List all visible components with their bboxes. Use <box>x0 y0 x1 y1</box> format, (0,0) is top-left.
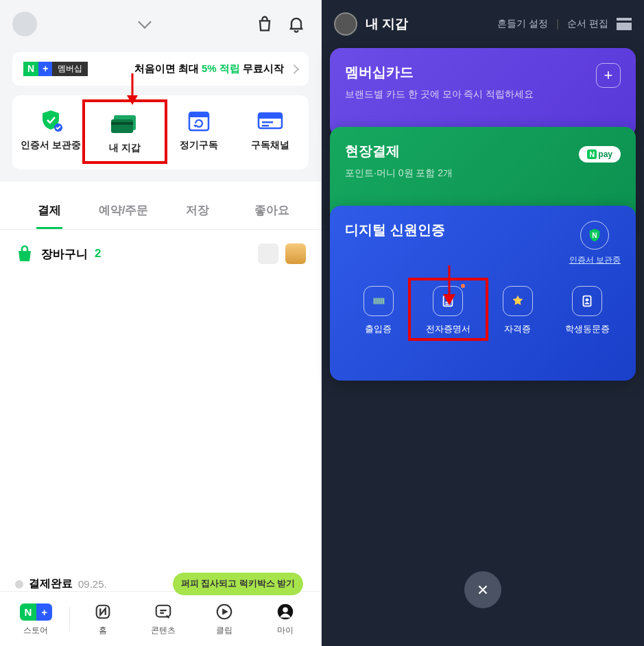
channel-list-icon <box>255 109 285 132</box>
id-item-qualification[interactable]: 자격증 <box>484 286 551 335</box>
cart-row[interactable]: 장바구니 2 <box>0 229 321 278</box>
tab-like[interactable]: 좋아요 <box>235 194 309 229</box>
person-icon <box>275 601 296 622</box>
shield-label: 인증서 보관중 <box>569 255 621 265</box>
tab-save[interactable]: 저장 <box>160 194 235 229</box>
qa-label: 내 지갑 <box>109 142 141 154</box>
qa-subscription[interactable]: 정기구독 <box>163 109 235 157</box>
id-item-pass[interactable]: 출입증 <box>345 286 412 335</box>
left-phone-screen: N + 멤버십 처음이면 최대 5% 적립 무료시작 인증서 보관중 내 지갑 <box>0 0 322 646</box>
id-card-icon <box>572 286 602 316</box>
banner-prefix: 처음이면 최대 <box>134 62 202 74</box>
nav-home[interactable]: 홈 <box>73 601 134 636</box>
qa-my-wallet[interactable]: 내 지갑 <box>82 99 167 164</box>
svg-marker-25 <box>443 294 455 305</box>
id-label: 학생동문증 <box>565 323 610 335</box>
store-badge-icon: N+ <box>20 603 53 621</box>
header-dropdown[interactable] <box>44 21 246 27</box>
home-icon <box>93 601 113 622</box>
svg-point-18 <box>283 607 287 612</box>
svg-rect-11 <box>262 121 273 123</box>
id-item-student[interactable]: 학생동문증 <box>554 286 621 335</box>
wallet-icon <box>110 112 140 135</box>
content-icon <box>153 601 174 622</box>
banner-pct: 5% 적립 <box>202 62 240 74</box>
nav-label: 콘텐츠 <box>151 625 176 636</box>
qa-subscribe-channel[interactable]: 구독채널 <box>235 109 306 157</box>
badge-n: N <box>23 62 38 76</box>
add-card-button[interactable]: + <box>596 63 621 88</box>
barcode-icon <box>363 286 394 316</box>
membership-badge: N + 멤버십 <box>23 62 88 76</box>
cart-thumb-1 <box>258 243 278 264</box>
qa-label: 구독채널 <box>251 139 289 152</box>
cert-storage-link[interactable]: N 인증서 보관중 <box>569 221 621 265</box>
bottom-nav: N+ 스토어 홈 콘텐츠 클립 마이 <box>0 591 321 646</box>
close-button[interactable] <box>464 571 501 608</box>
view-toggle-icon[interactable] <box>617 18 632 30</box>
nav-clip[interactable]: 클립 <box>194 601 255 636</box>
qa-label: 정기구독 <box>180 139 218 152</box>
promo-bubble[interactable]: 퍼피 집사되고 럭키박스 받기 <box>173 573 303 595</box>
wallet-header: 내 지갑 흔들기 설정 | 순서 편집 <box>322 0 644 48</box>
nav-divider <box>69 607 70 632</box>
qa-cert-storage[interactable]: 인증서 보관중 <box>15 109 86 157</box>
calendar-refresh-icon <box>184 109 214 132</box>
bag-icon <box>255 14 274 34</box>
chevron-right-icon <box>289 64 299 73</box>
avatar[interactable] <box>12 12 37 36</box>
medal-icon <box>503 286 533 316</box>
tab-reservation[interactable]: 예약/주문 <box>86 194 160 229</box>
membership-banner[interactable]: N + 멤버십 처음이면 최대 5% 적립 무료시작 <box>12 52 309 86</box>
order-complete-row[interactable]: 결제완료 09.25. 퍼피 집사되고 럭키박스 받기 <box>0 566 321 591</box>
qa-label: 인증서 보관중 <box>21 139 81 152</box>
order-complete-date: 09.25. <box>78 578 107 590</box>
close-icon <box>475 582 490 597</box>
wallet-title: 내 지갑 <box>366 15 408 33</box>
cart-icon-button[interactable] <box>252 12 277 36</box>
banner-suffix: 무료시작 <box>240 62 284 74</box>
nav-my[interactable]: 마이 <box>254 601 315 636</box>
cart-label: 장바구니 <box>41 246 88 262</box>
svg-rect-7 <box>189 112 208 117</box>
svg-marker-16 <box>222 608 228 614</box>
bell-icon <box>287 14 306 34</box>
npay-badge: Npay <box>579 146 621 163</box>
quick-action-row: 인증서 보관중 내 지갑 정기구독 구독채널 <box>12 95 309 169</box>
nav-store[interactable]: N+ 스토어 <box>5 601 67 636</box>
notification-icon-button[interactable] <box>284 12 309 36</box>
clip-play-icon <box>214 601 235 622</box>
nav-content[interactable]: 콘텐츠 <box>133 601 194 636</box>
shield-n-icon: N <box>580 221 609 250</box>
digital-id-card[interactable]: 디지털 신원인증 N 인증서 보관중 출입증 <box>330 206 636 381</box>
nav-label: 홈 <box>99 625 107 636</box>
tab-payment[interactable]: 결제 <box>12 194 86 229</box>
nav-label: 클립 <box>216 625 232 636</box>
timeline-dot-icon <box>15 580 23 588</box>
right-phone-screen: 내 지갑 흔들기 설정 | 순서 편집 멤버십카드 브랜드별 카드 한 곳에 모… <box>322 0 644 646</box>
card-title: 멤버십카드 <box>345 63 621 82</box>
badge-member-label: 멤버십 <box>52 62 88 76</box>
separator: | <box>556 18 559 30</box>
id-item-row: 출입증 전자증명서 자격증 <box>345 286 621 335</box>
avatar[interactable] <box>334 12 357 36</box>
content-tabs: 결제 예약/주문 저장 좋아요 <box>0 182 321 229</box>
cart-count: 2 <box>95 247 101 261</box>
id-label: 출입증 <box>365 323 392 335</box>
shopping-bag-icon <box>15 245 34 263</box>
svg-rect-10 <box>259 113 282 119</box>
svg-rect-5 <box>111 122 133 125</box>
shield-check-icon <box>36 109 66 132</box>
shake-setting-link[interactable]: 흔들기 설정 <box>497 18 548 30</box>
membership-card[interactable]: 멤버십카드 브랜드별 카드 한 곳에 모아 즉시 적립하세요 + <box>330 48 636 137</box>
card-subtitle: 포인트·머니 0원 포함 2개 <box>345 167 621 180</box>
order-complete-label: 결제완료 <box>29 577 73 591</box>
order-edit-link[interactable]: 순서 편집 <box>567 18 608 30</box>
svg-marker-1 <box>127 95 138 105</box>
chevron-down-icon <box>138 15 152 29</box>
left-header <box>0 0 321 48</box>
badge-plus: + <box>38 62 52 76</box>
svg-rect-4 <box>111 119 133 133</box>
banner-text: 처음이면 최대 5% 적립 무료시작 <box>134 62 284 75</box>
svg-rect-12 <box>262 125 269 127</box>
